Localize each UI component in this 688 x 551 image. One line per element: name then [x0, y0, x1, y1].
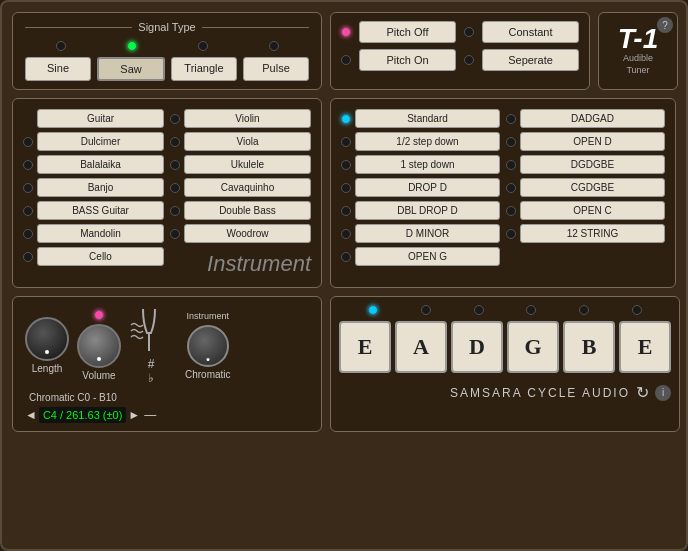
list-item: Viola [170, 132, 311, 151]
sharp-flat-symbols: # ♭ [148, 357, 155, 386]
controls-bottom: Chromatic C0 - B10 ◄ C4 / 261.63 (±0) ► … [25, 390, 309, 423]
guitar-button[interactable]: Guitar [37, 109, 164, 128]
list-item: DBL DROP D [341, 201, 500, 220]
string-note-b[interactable]: B [563, 321, 615, 373]
list-item: Dulcimer [23, 132, 164, 151]
pitch-off-led [341, 27, 351, 37]
signal-type-title: Signal Type [25, 21, 309, 33]
half-step-down-led [341, 137, 351, 147]
string-notes-panel: E A D G B E SAMSARA CYCLE AUDIO ↻ i [330, 296, 680, 432]
list-item: DGDGBE [506, 155, 665, 174]
standard-button[interactable]: Standard [355, 109, 500, 128]
info-button[interactable]: i [655, 385, 671, 401]
cgdgbe-led [506, 183, 516, 193]
d-minor-button[interactable]: D MINOR [355, 224, 500, 243]
string-note-e1[interactable]: E [339, 321, 391, 373]
string-a-led [421, 305, 431, 315]
bass-guitar-button[interactable]: BASS Guitar [37, 201, 164, 220]
constant-button[interactable]: Constant [482, 21, 579, 43]
pitch-on-button[interactable]: Pitch On [359, 49, 456, 71]
pitch-next-button[interactable]: ► [128, 408, 140, 422]
saw-button[interactable]: Saw [97, 57, 165, 81]
open-d-button[interactable]: OPEN D [520, 132, 665, 151]
string-note-d[interactable]: D [451, 321, 503, 373]
dulcimer-led [23, 137, 33, 147]
cgdgbe-button[interactable]: CGDGBE [520, 178, 665, 197]
top-row: Signal Type Sine Saw Triangle Pulse Pitc… [12, 12, 676, 90]
pulse-led [269, 41, 279, 51]
dadgad-button[interactable]: DADGAD [520, 109, 665, 128]
violin-button[interactable]: Violin [184, 109, 311, 128]
bass-guitar-led [23, 206, 33, 216]
tuning-fork-icon [129, 305, 169, 355]
open-d-led [506, 137, 516, 147]
sine-button[interactable]: Sine [25, 57, 91, 81]
volume-led [94, 310, 104, 320]
pitch-dash: — [144, 408, 156, 422]
help-button[interactable]: ? [657, 17, 673, 33]
t1-panel: ? T-1 AudibleTuner [598, 12, 678, 90]
dgdgbe-led [506, 160, 516, 170]
ukulele-button[interactable]: Ukulele [184, 155, 311, 174]
instrument-section-label: Instrument [207, 251, 311, 276]
volume-knob-area: Volume [77, 310, 121, 381]
cavaquinho-button[interactable]: Cavaquinho [184, 178, 311, 197]
list-item: Woodrow [170, 224, 311, 243]
standard-led [341, 114, 351, 124]
drop-d-button[interactable]: DROP D [355, 178, 500, 197]
separate-led [464, 55, 474, 65]
pitch-value-display: C4 / 261.63 (±0) [39, 407, 126, 423]
half-step-down-button[interactable]: 1/2 step down [355, 132, 500, 151]
open-g-button[interactable]: OPEN G [355, 247, 500, 266]
open-c-button[interactable]: OPEN C [520, 201, 665, 220]
signal-type-panel: Signal Type Sine Saw Triangle Pulse [12, 12, 322, 90]
one-step-down-button[interactable]: 1 step down [355, 155, 500, 174]
pulse-button[interactable]: Pulse [243, 57, 309, 81]
volume-knob[interactable] [77, 324, 121, 368]
brand-name: SAMSARA CYCLE AUDIO [450, 386, 630, 400]
double-bass-button[interactable]: Double Bass [184, 201, 311, 220]
pitch-off-button[interactable]: Pitch Off [359, 21, 456, 43]
separate-button[interactable]: Seperate [482, 49, 579, 71]
banjo-button[interactable]: Banjo [37, 178, 164, 197]
list-item: OPEN D [506, 132, 665, 151]
instrument-col-2: Violin Viola Ukulele Cavaquinho [170, 109, 311, 277]
string-b-led [579, 305, 589, 315]
dulcimer-button[interactable]: Dulcimer [37, 132, 164, 151]
samsara-footer: SAMSARA CYCLE AUDIO ↻ i [339, 379, 671, 406]
list-item: BASS Guitar [23, 201, 164, 220]
length-knob[interactable] [25, 317, 69, 361]
woodrow-button[interactable]: Woodrow [184, 224, 311, 243]
balalaika-button[interactable]: Balalaika [37, 155, 164, 174]
pitch-prev-button[interactable]: ◄ [25, 408, 37, 422]
viola-button[interactable]: Viola [184, 132, 311, 151]
tuning-panel: Standard 1/2 step down 1 step down DROP … [330, 98, 676, 288]
middle-row: Guitar Dulcimer Balalaika Banjo [12, 98, 676, 288]
dbl-drop-d-led [341, 206, 351, 216]
pitch-panel: Pitch Off Constant Pitch On Seperate [330, 12, 590, 90]
instrument-mode-label: Instrument [187, 311, 230, 321]
length-label: Length [32, 363, 63, 374]
string-note-g[interactable]: G [507, 321, 559, 373]
triangle-button[interactable]: Triangle [171, 57, 237, 81]
list-item: Cavaquinho [170, 178, 311, 197]
list-item: OPEN G [341, 247, 500, 266]
string-note-e2[interactable]: E [619, 321, 671, 373]
chromatic-knob[interactable] [187, 325, 229, 367]
12-string-button[interactable]: 12 STRING [520, 224, 665, 243]
string-leds-row [339, 305, 671, 315]
dbl-drop-d-button[interactable]: DBL DROP D [355, 201, 500, 220]
controls-panel: Length Volume [12, 296, 322, 432]
instrument-panel: Guitar Dulcimer Balalaika Banjo [12, 98, 322, 288]
signal-leds-row [25, 41, 309, 51]
string-note-a[interactable]: A [395, 321, 447, 373]
cello-button[interactable]: Cello [37, 247, 164, 266]
mandolin-button[interactable]: Mandolin [37, 224, 164, 243]
woodrow-led [170, 229, 180, 239]
list-item: Ukulele [170, 155, 311, 174]
string-d-led [474, 305, 484, 315]
dgdgbe-button[interactable]: DGDGBE [520, 155, 665, 174]
constant-led [464, 27, 474, 37]
d-minor-led [341, 229, 351, 239]
list-item: Violin [170, 109, 311, 128]
